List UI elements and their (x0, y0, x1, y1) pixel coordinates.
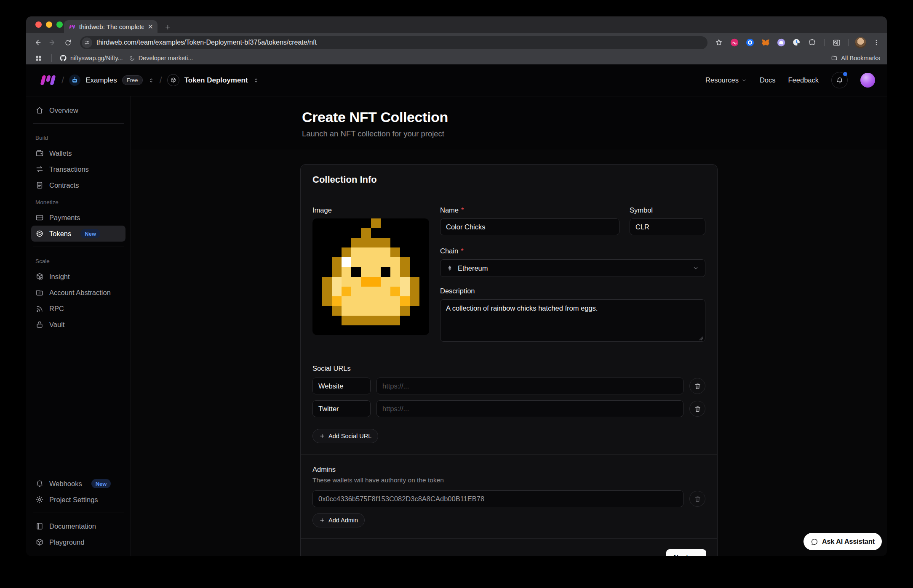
site-settings-icon[interactable] (82, 37, 92, 48)
folder-icon (831, 55, 838, 61)
resize-handle-icon[interactable] (699, 336, 703, 341)
team-avatar (69, 74, 80, 86)
sidebar-item-vault[interactable]: Vault (31, 317, 125, 333)
collection-info-card: Collection Info Image (300, 164, 718, 556)
project-switcher-chevrons-icon[interactable] (253, 77, 259, 84)
github-icon (59, 54, 67, 62)
extension-clock-lock-icon[interactable] (791, 37, 802, 48)
sidebar-item-documentation[interactable]: Documentation (31, 518, 125, 534)
webhooks-bell-icon (35, 479, 44, 488)
sidebar-divider-3 (33, 513, 124, 513)
sidebar-item-payments[interactable]: Payments (31, 210, 125, 226)
sidebar-item-wallets[interactable]: Wallets (31, 145, 125, 161)
sidebar-divider-2 (33, 247, 124, 247)
folder-box-icon (35, 288, 44, 297)
extension-pink-icon[interactable] (729, 37, 740, 48)
thirdweb-logo[interactable] (38, 74, 56, 86)
chain-select[interactable]: Ethereum (440, 259, 705, 277)
add-admin-button[interactable]: Add Admin (312, 513, 365, 527)
social-name-input[interactable] (312, 378, 371, 394)
delete-social-row-button[interactable] (689, 401, 705, 417)
team-switcher-chevrons-icon[interactable] (148, 77, 155, 84)
tokens-new-badge: New (80, 229, 100, 238)
moon-icon (129, 55, 135, 61)
new-tab-button[interactable] (164, 24, 171, 31)
apps-grid-icon[interactable] (33, 53, 44, 64)
browser-menu-kebab-icon[interactable] (871, 37, 882, 48)
bookmark-developer-marketing[interactable]: Developer marketi... (129, 55, 193, 61)
sidebar-item-insight[interactable]: Insight (31, 269, 125, 285)
plan-badge: Free (122, 75, 143, 85)
delete-social-row-button[interactable] (689, 378, 705, 394)
sidebar: Overview Build Wallets Transactions Cont… (26, 96, 131, 556)
url-bar[interactable]: thirdweb.com/team/examples/Token-Deploym… (80, 36, 707, 49)
project-name[interactable]: Token Deployment (184, 76, 248, 85)
all-bookmarks-button[interactable]: All Bookmarks (831, 55, 880, 61)
sidebar-item-transactions[interactable]: Transactions (31, 161, 125, 177)
credit-card-icon (35, 213, 44, 222)
admins-description: These wallets will have authority on the… (312, 476, 705, 484)
team-name[interactable]: Examples (85, 76, 117, 85)
sidebar-item-contracts[interactable]: Contracts (31, 177, 125, 193)
sidebar-item-rpc[interactable]: RPC (31, 301, 125, 317)
social-url-input[interactable] (376, 400, 683, 417)
next-button[interactable]: Next (666, 549, 706, 556)
name-input[interactable] (440, 218, 619, 235)
sidebar-item-account-abstraction[interactable]: Account Abstraction (31, 285, 125, 301)
collection-image-upload[interactable] (312, 218, 429, 335)
main-content: Create NFT Collection Launch an NFT coll… (131, 96, 887, 556)
phantom-ghost-icon[interactable] (776, 37, 787, 48)
zoom-window-button[interactable] (56, 21, 63, 28)
bookmark-niftyswap[interactable]: niftyswap.gg/Nifty... (59, 54, 123, 62)
side-panel-search-icon[interactable] (831, 37, 842, 48)
toolbar-divider-2 (848, 39, 849, 46)
required-mark: * (461, 206, 464, 214)
insight-cube-icon (35, 272, 44, 281)
social-name-input[interactable] (312, 400, 371, 417)
delete-admin-button[interactable] (689, 491, 705, 507)
description-label: Description (440, 287, 705, 295)
chevron-down-icon (692, 265, 699, 271)
admin-address-input[interactable] (312, 490, 683, 507)
extensions-puzzle-icon[interactable] (807, 37, 818, 48)
back-button[interactable] (31, 36, 44, 49)
social-urls-label: Social URLs (312, 365, 705, 372)
project-cube-icon (167, 74, 179, 86)
extension-blue-record-icon[interactable] (745, 37, 755, 48)
sidebar-item-tokens[interactable]: Tokens New (31, 226, 125, 242)
trash-icon (694, 405, 701, 412)
toolbar-divider (824, 39, 825, 46)
tab-title: thirdweb: The complete web3 (79, 23, 144, 30)
metamask-fox-icon[interactable] (760, 37, 771, 48)
notifications-button[interactable] (831, 72, 848, 88)
sidebar-item-playground[interactable]: Playground (31, 534, 125, 550)
sidebar-item-overview[interactable]: Overview (31, 102, 125, 118)
reload-button[interactable] (61, 36, 74, 49)
minimize-window-button[interactable] (46, 21, 52, 28)
close-window-button[interactable] (35, 21, 42, 28)
book-icon (35, 522, 44, 530)
browser-tab[interactable]: thirdweb: The complete web3 ✕ (64, 20, 158, 33)
trash-icon (694, 495, 701, 503)
nav-resources[interactable]: Resources (705, 76, 747, 84)
breadcrumb: / Examples Free / Token Deployment (38, 74, 259, 86)
description-textarea[interactable]: A collection of rainbow chicks hatched f… (440, 299, 705, 342)
collection-image-pixels (312, 218, 429, 335)
sidebar-item-webhooks[interactable]: Webhooks New (31, 476, 125, 492)
browser-profile-avatar[interactable] (855, 37, 866, 48)
forward-button[interactable] (46, 36, 59, 49)
sidebar-item-project-settings[interactable]: Project Settings (31, 492, 125, 508)
nav-docs[interactable]: Docs (760, 76, 776, 84)
tab-strip: thirdweb: The complete web3 ✕ (26, 16, 887, 33)
symbol-input[interactable] (630, 218, 705, 235)
bookmark-star-icon[interactable] (713, 37, 724, 48)
thirdweb-favicon-icon (68, 24, 75, 29)
account-avatar[interactable] (860, 73, 875, 88)
nav-feedback[interactable]: Feedback (788, 76, 819, 84)
ask-ai-assistant-button[interactable]: Ask AI Assistant (804, 533, 882, 550)
social-url-input[interactable] (376, 378, 683, 394)
tab-close-icon[interactable]: ✕ (148, 24, 153, 30)
sidebar-section-monetize: Monetize (35, 199, 121, 205)
contract-file-icon (35, 181, 44, 189)
add-social-url-button[interactable]: Add Social URL (312, 429, 378, 443)
